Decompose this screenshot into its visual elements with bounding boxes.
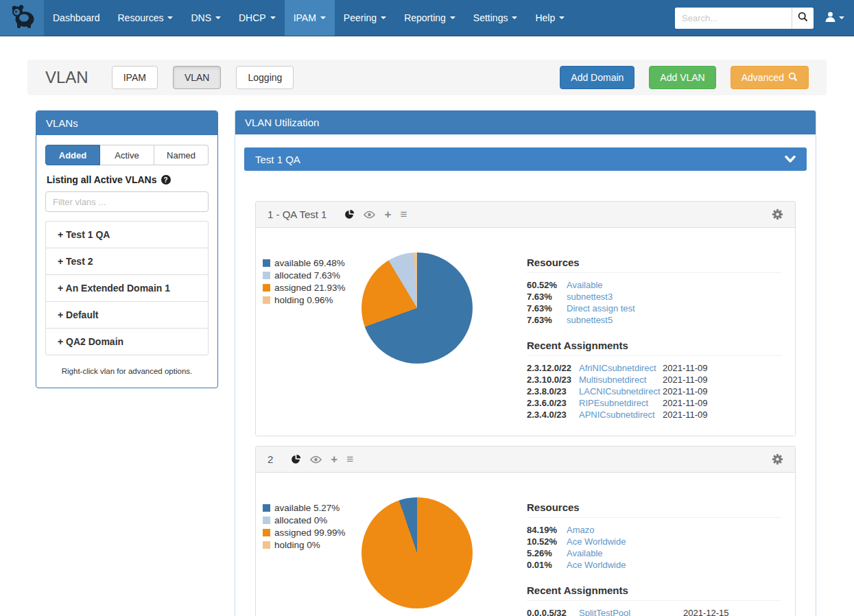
resource-row: 60.52%Available (527, 279, 781, 291)
collapse-chevron-icon[interactable] (785, 155, 796, 163)
vlan-card-title: 2 (268, 453, 273, 465)
resource-link[interactable]: subnettest3 (567, 292, 613, 302)
assignment-link[interactable]: SplitTestPool (579, 608, 630, 616)
legend-text: assigned 99.99% (274, 528, 346, 538)
legend-item-holding: holding 0.96% (263, 295, 361, 305)
pie-legend: available 5.27% allocated 0% assigned 99… (263, 501, 361, 616)
chevron-down-icon (167, 16, 173, 19)
tab-logging[interactable]: Logging (236, 66, 294, 89)
list-menu-icon[interactable]: ≡ (400, 209, 407, 220)
nav-item-resources[interactable]: Resources (109, 0, 182, 36)
nav-item-dashboard[interactable]: Dashboard (44, 0, 109, 36)
page-title: VLAN (45, 68, 88, 87)
nav-item-peering[interactable]: Peering (335, 0, 395, 36)
tab-ipam[interactable]: IPAM (112, 66, 158, 89)
vlan-list-item-test-1-qa[interactable]: + Test 1 QA (46, 222, 208, 248)
resource-link[interactable]: Available (567, 280, 603, 290)
search-button[interactable] (792, 8, 814, 29)
filter-vlans-input[interactable] (45, 191, 209, 212)
main-menu: Dashboard Resources DNS DHCP IPAM Peerin… (44, 0, 573, 36)
assignment-link[interactable]: APNICsubnetdirect (579, 410, 655, 420)
vlan-list-item-test-2[interactable]: + Test 2 (46, 248, 208, 275)
assignment-date: 2021-12-15 (683, 607, 781, 616)
assignment-link[interactable]: RIPEsubnetdirect (579, 398, 648, 408)
chevron-down-icon (270, 16, 276, 19)
tab-active[interactable]: Active (100, 145, 154, 165)
advanced-label: Advanced (742, 72, 784, 83)
legend-text: assigned 21.93% (274, 283, 346, 293)
gear-icon[interactable] (772, 453, 783, 465)
nav-label: Reporting (404, 12, 446, 23)
legend-swatch-holding (263, 541, 270, 549)
user-menu[interactable] (825, 11, 844, 25)
resources-heading: Resources (527, 501, 781, 518)
domain-section-bar[interactable]: Test 1 QA (244, 147, 807, 171)
legend-item-allocated: allocated 0% (263, 515, 361, 525)
top-navbar: Dashboard Resources DNS DHCP IPAM Peerin… (0, 0, 854, 36)
vlan-utilization-panel: VLAN Utilization Test 1 QA 1 - QA Test 1 (235, 110, 816, 616)
gear-icon[interactable] (772, 209, 783, 220)
card-1-details: Resources 60.52%Available 7.63%subnettes… (527, 257, 781, 420)
list-menu-icon[interactable]: ≡ (346, 453, 353, 465)
plus-icon[interactable]: + (384, 209, 391, 220)
brand-logo-panda[interactable] (0, 0, 44, 36)
chevron-down-icon (381, 16, 386, 19)
eye-icon[interactable] (364, 211, 375, 219)
assignment-row: 2.3.4.0/23APNICsubnetdirect2021-11-09 (527, 409, 781, 420)
page-header: VLAN IPAM VLAN Logging Add Domain Add VL… (27, 60, 827, 95)
assignment-link[interactable]: AfriNICsubnetdirect (579, 363, 656, 373)
add-vlan-button[interactable]: Add VLAN (649, 66, 715, 89)
resource-row: 7.63%Direct assign test (527, 303, 781, 314)
main-panel-title: VLAN Utilization (235, 110, 816, 134)
nav-item-dns[interactable]: DNS (182, 0, 230, 36)
legend-text: allocated 7.63% (274, 270, 340, 281)
assignment-block: 2.3.4.0/23 (527, 409, 579, 420)
add-domain-button[interactable]: Add Domain (560, 66, 634, 89)
assignment-block: 2.3.8.0/23 (527, 386, 579, 397)
legend-item-assigned: assigned 21.93% (263, 283, 361, 293)
nav-label: IPAM (294, 12, 316, 23)
resource-link[interactable]: Ace Worldwide (567, 560, 626, 570)
advanced-search-button[interactable]: Advanced (731, 66, 809, 89)
assignment-link[interactable]: LACNICsubnetdirect (579, 386, 661, 396)
chevron-down-icon (320, 16, 326, 19)
vlan-list-item-an-extended-domain-1[interactable]: + An Extended Domain 1 (46, 275, 208, 302)
nav-item-ipam[interactable]: IPAM (285, 0, 335, 36)
vlan-list-item-qa2-domain[interactable]: + QA2 Domain (46, 329, 208, 355)
listing-label: Listing all Active VLANs ? (47, 174, 209, 185)
resource-link[interactable]: Direct assign test (567, 303, 635, 313)
eye-icon[interactable] (310, 455, 322, 464)
help-question-icon[interactable]: ? (161, 175, 171, 185)
legend-swatch-assigned (263, 284, 270, 292)
legend-text: holding 0.96% (274, 295, 333, 305)
plus-icon[interactable]: + (331, 453, 337, 465)
legend-text: holding 0% (274, 540, 320, 550)
resources-heading: Resources (527, 257, 781, 273)
resource-link[interactable]: Ace Worldwide (567, 536, 626, 547)
pie-chart-icon[interactable] (344, 209, 355, 220)
vlan-card-1-body: available 69.48% allocated 7.63% assigne… (256, 228, 795, 436)
legend-item-assigned: assigned 99.99% (263, 528, 361, 538)
vlan-list-item-default[interactable]: + Default (46, 302, 208, 329)
resource-pct: 7.63% (527, 314, 567, 326)
assignment-block: 2.3.6.0/23 (527, 397, 579, 409)
assignment-link[interactable]: Multisubnetdirect (579, 375, 646, 385)
chevron-down-icon (839, 16, 844, 19)
search-icon (798, 12, 808, 24)
nav-item-settings[interactable]: Settings (464, 0, 527, 36)
recent-assignments: Recent Assignments 0.0.0.5/32SplitTestPo… (527, 584, 781, 616)
resource-link[interactable]: subnettest5 (567, 315, 613, 325)
assignment-block: 2.3.10.0/23 (527, 374, 579, 386)
nav-item-dhcp[interactable]: DHCP (230, 0, 285, 36)
nav-item-reporting[interactable]: Reporting (395, 0, 464, 36)
header-actions: Add Domain Add VLAN Advanced (545, 66, 809, 89)
pie-chart-icon[interactable] (291, 454, 301, 464)
assignment-date: 2021-11-09 (663, 374, 781, 386)
nav-item-help[interactable]: Help (526, 0, 573, 36)
search-input[interactable] (675, 8, 792, 29)
tab-vlan[interactable]: VLAN (173, 66, 222, 89)
resource-link[interactable]: Amazo (567, 525, 594, 535)
tab-named[interactable]: Named (154, 145, 209, 165)
resource-link[interactable]: Available (567, 548, 603, 558)
tab-added[interactable]: Added (45, 145, 100, 165)
